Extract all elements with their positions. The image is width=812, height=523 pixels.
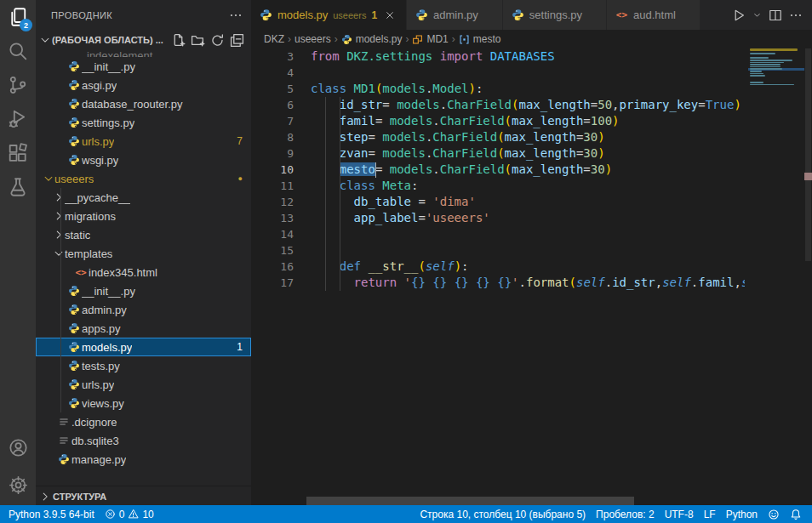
tree-item-admin-py[interactable]: admin.py <box>36 300 251 319</box>
line-content: db_table = 'dima' <box>311 194 476 210</box>
status-indentation[interactable]: Пробелов: 2 <box>591 505 660 523</box>
python-file-icon <box>66 285 82 297</box>
breadcrumb-separator: › <box>405 33 409 45</box>
breadcrumb-useeers[interactable]: useeers <box>294 33 331 45</box>
outline-section-header[interactable]: СТРУКТУРА <box>36 486 251 505</box>
tree-item-label: models.py <box>82 341 132 354</box>
tree-item-migrations[interactable]: migrations <box>36 207 251 225</box>
tab-models-py[interactable]: models.pyuseeers1 <box>251 0 407 30</box>
tree-item-index345-html[interactable]: <>index345.html <box>36 263 251 281</box>
python-file-icon <box>66 154 82 166</box>
notifications-bell[interactable] <box>785 505 807 523</box>
tree-item-models-py[interactable]: models.py1 <box>36 338 251 356</box>
activity-item-search[interactable] <box>0 34 36 68</box>
vertical-scrollbar[interactable] <box>804 30 812 505</box>
code-token: : <box>476 82 483 95</box>
debug-icon <box>8 109 28 129</box>
tree-item--pycache-[interactable]: __pycache__ <box>36 188 251 207</box>
tree-item--init-py[interactable]: __init__.py <box>36 281 251 300</box>
tree-item-manage-py[interactable]: manage.py <box>36 450 251 469</box>
code-token: Meta <box>382 179 411 192</box>
tree-item-apps-py[interactable]: apps.py <box>36 319 251 338</box>
line-number: 11 <box>251 178 294 194</box>
tab-aud-html[interactable]: <>aud.html <box>607 0 700 30</box>
tree-item--dcignore[interactable]: .dcignore <box>36 412 251 431</box>
status-language-mode[interactable]: Python <box>721 505 763 523</box>
tree-item-static[interactable]: static <box>36 225 251 244</box>
refresh-icon[interactable] <box>210 33 225 48</box>
breadcrumb-dkz[interactable]: DKZ <box>264 33 284 45</box>
python-icon <box>512 9 524 21</box>
horizontal-scrollbar-slider[interactable] <box>306 497 634 505</box>
vertical-scrollbar-slider[interactable] <box>805 48 811 261</box>
status-cursor-position[interactable]: Строка 10, столбец 10 (выбрано 5) <box>415 505 591 523</box>
tweet-feedback[interactable] <box>763 505 785 523</box>
tree-item-templates[interactable]: templates <box>36 244 251 263</box>
breadcrumb-md1[interactable]: MD1 <box>412 33 448 45</box>
python-file-icon <box>66 79 82 91</box>
bell-icon <box>790 509 802 520</box>
code-token: : <box>411 179 418 192</box>
code-token: ( <box>418 259 425 273</box>
tree-item-settings-py[interactable]: settings.py <box>36 113 251 132</box>
tree-item-urls-py[interactable]: urls.py <box>36 375 251 394</box>
html-icon: <> <box>75 266 87 278</box>
tab-admin-py[interactable]: admin.py <box>407 0 503 30</box>
activity-item-extensions[interactable] <box>0 136 36 170</box>
status-encoding[interactable]: UTF-8 <box>660 505 699 523</box>
problems-status[interactable]: 010 <box>100 505 159 523</box>
status-eol[interactable]: LF <box>699 505 721 523</box>
tree-item-label: .dcignore <box>71 416 117 429</box>
code-token: self <box>426 259 455 273</box>
tree-item-tests-py[interactable]: tests.py <box>36 356 251 375</box>
code-token: step <box>340 130 369 144</box>
tree-item-asgi-py[interactable]: asgi.py <box>36 76 251 94</box>
breadcrumb-label: DKZ <box>264 33 284 45</box>
activity-item-source-control[interactable] <box>0 68 36 102</box>
breadcrumb-mesto[interactable]: mesto <box>459 33 501 45</box>
tree-item-wsgi-py[interactable]: wsgi.py <box>36 151 251 169</box>
new-folder-icon[interactable] <box>191 33 205 48</box>
minimap[interactable] <box>748 48 804 159</box>
tree-item--init-py[interactable]: __init__.py <box>36 57 251 76</box>
line-content: mesto= models.CharField(max_length=30) <box>311 162 612 178</box>
run-python-file[interactable] <box>729 5 748 26</box>
split-editor[interactable] <box>766 5 785 26</box>
activity-item-run-debug[interactable] <box>0 102 36 136</box>
tree-item-urls-py[interactable]: urls.py7 <box>36 132 251 151</box>
collapse-all-icon[interactable] <box>230 33 244 48</box>
tree-item-views-py[interactable]: views.py <box>36 394 251 412</box>
python-icon <box>58 453 70 465</box>
breadcrumb-models-py[interactable]: models.py <box>341 33 403 45</box>
code-token: models <box>382 130 426 144</box>
minimap-line <box>750 57 769 59</box>
activity-item-accounts[interactable] <box>0 429 36 466</box>
tree-item-label: db.sqlite3 <box>71 435 119 447</box>
workspace-section-header[interactable]: (РАБОЧАЯ ОБЛАСТЬ) ... <box>36 30 251 50</box>
close-icon[interactable] <box>382 8 397 23</box>
run-dropdown[interactable] <box>750 5 764 26</box>
tree-item-database-roouter-py[interactable]: database_roouter.py <box>36 94 251 113</box>
code-area[interactable]: 3from DKZ.settings import DATABASES45cla… <box>251 48 745 304</box>
activity-item-testing[interactable] <box>0 170 36 204</box>
activity-item-explorer[interactable]: 2 <box>0 0 36 34</box>
python-interpreter-status[interactable]: Python 3.9.5 64-bit <box>3 505 100 523</box>
python-file-icon <box>66 341 82 353</box>
more-actions[interactable] <box>786 5 805 26</box>
tree-item-useeers[interactable]: useeers● <box>36 169 251 188</box>
breadcrumb-label: models.py <box>356 33 403 45</box>
line-content: id_str= models.CharField(max_length=50,p… <box>311 97 741 113</box>
chevron-right-icon <box>53 229 65 241</box>
new-file-icon[interactable] <box>171 33 186 48</box>
line-content: class Meta: <box>311 178 418 194</box>
code-token: DATABASES <box>490 49 555 63</box>
tree-item-db-sqlite3[interactable]: db.sqlite3 <box>36 431 251 450</box>
python-file-icon <box>66 135 82 147</box>
more-actions-icon[interactable] <box>229 9 243 22</box>
code-token <box>311 195 354 208</box>
minimap-line <box>750 62 784 64</box>
tab-settings-py[interactable]: settings.py <box>503 0 607 30</box>
activity-item-manage[interactable] <box>0 466 36 503</box>
python-icon <box>68 285 80 297</box>
editor-group: models.pyuseeers1admin.pysettings.py<>au… <box>251 0 812 505</box>
